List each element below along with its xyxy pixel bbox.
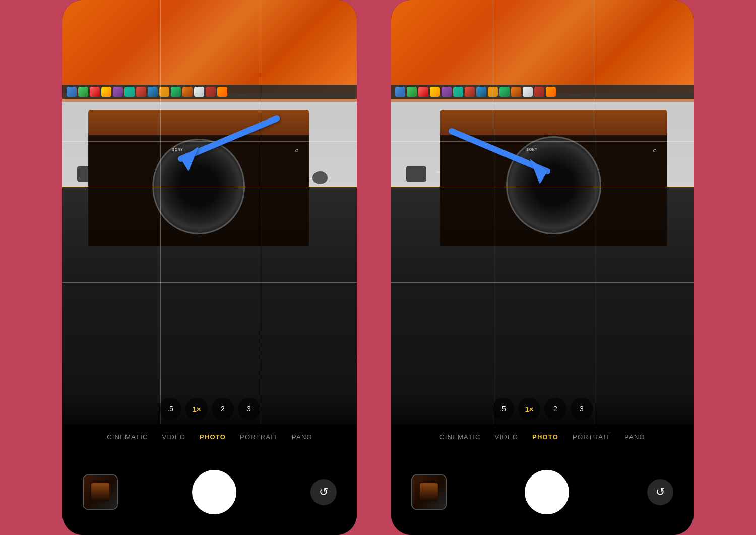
zoom-btn-1x-right[interactable]: 1×: [518, 398, 540, 420]
flip-icon-left: ↺: [319, 486, 328, 499]
mode-video-right[interactable]: VIDEO: [495, 433, 518, 441]
dock-icon: [136, 87, 146, 97]
dock-icon: [523, 87, 533, 97]
dock-icon: [465, 87, 475, 97]
zoom-btn-2-right[interactable]: 2: [544, 398, 566, 420]
mode-pano-left[interactable]: PANO: [292, 433, 312, 441]
shutter-row-left: ↺: [62, 449, 357, 535]
sony-camera-left: SONY α: [88, 110, 309, 246]
dock-icon: [511, 87, 521, 97]
dock-icon: [148, 87, 158, 97]
dock-icon: [206, 87, 216, 97]
shutter-button-right[interactable]: [525, 470, 569, 514]
photo-thumbnail-right[interactable]: [411, 474, 447, 510]
zoom-btn-0.5-left[interactable]: .5: [159, 398, 181, 420]
mode-photo-left[interactable]: PHOTO: [200, 433, 226, 441]
phone-right: SONY α: [385, 0, 708, 535]
flip-camera-button-right[interactable]: ↺: [647, 479, 673, 505]
photo-thumbnail-left[interactable]: [83, 474, 118, 510]
zoom-controls-right: .5 1× 2 3: [391, 394, 694, 424]
dock-icon: [124, 87, 135, 97]
scene-left: SONY α: [62, 0, 357, 424]
scene-right: SONY α: [391, 0, 694, 424]
shutter-row-right: ↺: [391, 449, 694, 535]
phone-left: SONY α: [48, 0, 371, 535]
dock-icon: [113, 87, 123, 97]
flip-icon-right: ↺: [656, 486, 665, 499]
dock-icon: [430, 87, 440, 97]
mode-selector-left: CINEMATIC VIDEO PHOTO PORTRAIT PANO: [62, 424, 357, 449]
mac-desktop-top-right: [391, 0, 694, 93]
mode-portrait-right[interactable]: PORTRAIT: [573, 433, 610, 441]
mac-desktop-top-left: [62, 0, 357, 93]
zoom-btn-0.5-right[interactable]: .5: [492, 398, 514, 420]
flip-camera-button-left[interactable]: ↺: [310, 479, 337, 505]
dock-right: [391, 85, 694, 99]
camera-body-left: SONY α: [62, 0, 357, 535]
zoom-btn-2-left[interactable]: 2: [212, 398, 234, 420]
dock-icon: [534, 87, 544, 97]
dock-icon: [194, 87, 204, 97]
dock-icon: [546, 87, 556, 97]
dock-icon: [171, 87, 181, 97]
mode-photo-right[interactable]: PHOTO: [532, 433, 558, 441]
mode-video-left[interactable]: VIDEO: [162, 433, 185, 441]
shutter-button-left[interactable]: [192, 470, 236, 514]
mode-portrait-left[interactable]: PORTRAIT: [240, 433, 278, 441]
dock-icon: [395, 87, 405, 97]
dock-icon: [78, 87, 88, 97]
dock-left: [62, 85, 357, 99]
dock-icon: [476, 87, 486, 97]
dock-icon: [67, 87, 77, 97]
phone-gap: [371, 0, 385, 535]
dock-icon: [90, 87, 100, 97]
zoom-btn-3-left[interactable]: 3: [238, 398, 260, 420]
sony-camera-right: SONY α: [440, 110, 667, 246]
dock-icon: [159, 87, 169, 97]
viewfinder-left: SONY α: [62, 0, 357, 424]
dock-icon: [407, 87, 417, 97]
camera-body-right: SONY α: [391, 0, 694, 535]
dock-icon: [182, 87, 193, 97]
zoom-controls-left: .5 1× 2 3: [62, 394, 357, 424]
dock-icon: [418, 87, 428, 97]
dock-icon: [488, 87, 498, 97]
dock-icon: [442, 87, 452, 97]
zoom-btn-3-right[interactable]: 3: [571, 398, 593, 420]
dock-icon: [499, 87, 510, 97]
dock-icon: [453, 87, 463, 97]
mode-cinematic-right[interactable]: CINEMATIC: [439, 433, 480, 441]
viewfinder-right: SONY α: [391, 0, 694, 424]
mode-selector-right: CINEMATIC VIDEO PHOTO PORTRAIT PANO: [391, 424, 694, 449]
dock-icon: [217, 87, 227, 97]
dock-icon: [101, 87, 111, 97]
mode-pano-right[interactable]: PANO: [624, 433, 645, 441]
zoom-btn-1x-left[interactable]: 1×: [185, 398, 208, 420]
camera-controls-right: CINEMATIC VIDEO PHOTO PORTRAIT PANO: [391, 424, 694, 535]
mode-cinematic-left[interactable]: CINEMATIC: [107, 433, 148, 441]
camera-controls-left: CINEMATIC VIDEO PHOTO PORTRAIT PANO: [62, 424, 357, 535]
